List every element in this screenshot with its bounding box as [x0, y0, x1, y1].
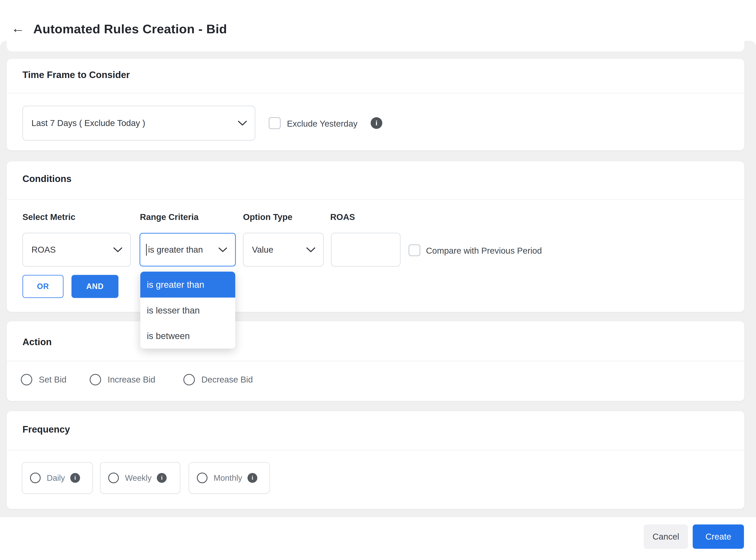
frequency-daily-label: Daily	[47, 474, 65, 483]
frequency-section-title: Frequency	[22, 424, 70, 435]
option-type-label: Option Type	[243, 212, 292, 222]
text-caret	[146, 244, 147, 256]
radio-decrease-bid-label: Decrease Bid	[201, 375, 253, 384]
info-icon[interactable]: i	[70, 473, 80, 483]
timeframe-select[interactable]: Last 7 Days ( Exclude Today )	[22, 106, 255, 141]
page-container: Time Frame to Consider Last 7 Days ( Exc…	[0, 41, 756, 517]
menu-item-is-between[interactable]: is between	[140, 323, 235, 348]
timeframe-section-title: Time Frame to Consider	[22, 69, 130, 80]
metric-select-value: ROAS	[32, 245, 113, 255]
frequency-monthly-label: Monthly	[213, 474, 242, 483]
conditions-section-title: Conditions	[22, 173, 71, 184]
radio-set-bid[interactable]: Set Bid	[21, 374, 66, 385]
chevron-down-icon	[218, 247, 227, 253]
range-criteria-value: is greater than	[148, 245, 218, 255]
radio-icon	[90, 374, 101, 385]
exclude-yesterday-checkbox[interactable]	[269, 117, 281, 129]
page-title: Automated Rules Creation - Bid	[33, 22, 227, 36]
range-criteria-label: Range Criteria	[140, 212, 199, 222]
info-icon[interactable]: i	[247, 473, 257, 483]
range-criteria-select[interactable]: is greater than	[140, 233, 236, 266]
clipped-card-remnant	[7, 41, 744, 52]
timeframe-section: Time Frame to Consider Last 7 Days ( Exc…	[7, 59, 744, 150]
conditions-section: Conditions Select Metric Range Criteria …	[7, 161, 744, 312]
divider	[7, 361, 744, 361]
radio-icon	[108, 473, 119, 483]
radio-icon	[30, 473, 41, 483]
frequency-weekly-label: Weekly	[125, 474, 151, 483]
radio-set-bid-label: Set Bid	[39, 375, 66, 384]
radio-icon	[183, 374, 195, 385]
menu-item-is-lesser-than[interactable]: is lesser than	[140, 298, 235, 323]
frequency-option-daily[interactable]: Daily i	[22, 462, 93, 494]
or-button[interactable]: OR	[22, 275, 63, 298]
radio-decrease-bid[interactable]: Decrease Bid	[183, 374, 253, 385]
roas-column-label: ROAS	[330, 212, 355, 222]
back-arrow-icon[interactable]: ←	[11, 21, 25, 35]
create-button[interactable]: Create	[693, 524, 744, 549]
menu-item-is-greater-than[interactable]: is greater than	[140, 272, 235, 298]
chevron-down-icon	[306, 247, 315, 253]
frequency-option-monthly[interactable]: Monthly i	[189, 462, 270, 494]
radio-icon	[21, 374, 32, 385]
select-metric-label: Select Metric	[22, 212, 75, 222]
exclude-yesterday-label: Exclude Yesterday	[287, 119, 357, 129]
timeframe-select-value: Last 7 Days ( Exclude Today )	[32, 118, 238, 128]
frequency-section: Frequency Daily i Weekly i Monthly i	[7, 411, 744, 509]
divider	[7, 199, 744, 200]
radio-increase-bid-label: Increase Bid	[108, 375, 155, 384]
and-button[interactable]: AND	[71, 275, 119, 298]
action-section: Action Set Bid Increase Bid Decrease Bid	[7, 321, 744, 401]
metric-select[interactable]: ROAS	[22, 233, 131, 266]
compare-previous-period-checkbox[interactable]	[409, 244, 420, 256]
info-icon[interactable]: i	[371, 117, 382, 129]
cancel-button[interactable]: Cancel	[644, 524, 688, 549]
roas-value-input[interactable]	[331, 233, 401, 266]
option-type-value: Value	[252, 245, 306, 255]
divider	[7, 450, 744, 450]
action-section-title: Action	[22, 336, 52, 347]
chevron-down-icon	[113, 247, 123, 253]
radio-icon	[197, 473, 207, 483]
range-criteria-dropdown-menu: is greater than is lesser than is betwee…	[140, 272, 235, 348]
divider	[7, 93, 744, 93]
option-type-select[interactable]: Value	[243, 233, 324, 266]
chevron-down-icon	[238, 120, 247, 126]
frequency-option-weekly[interactable]: Weekly i	[100, 462, 180, 494]
info-icon[interactable]: i	[157, 473, 167, 483]
radio-increase-bid[interactable]: Increase Bid	[90, 374, 155, 385]
compare-previous-period-label: Compare with Previous Period	[426, 246, 542, 256]
